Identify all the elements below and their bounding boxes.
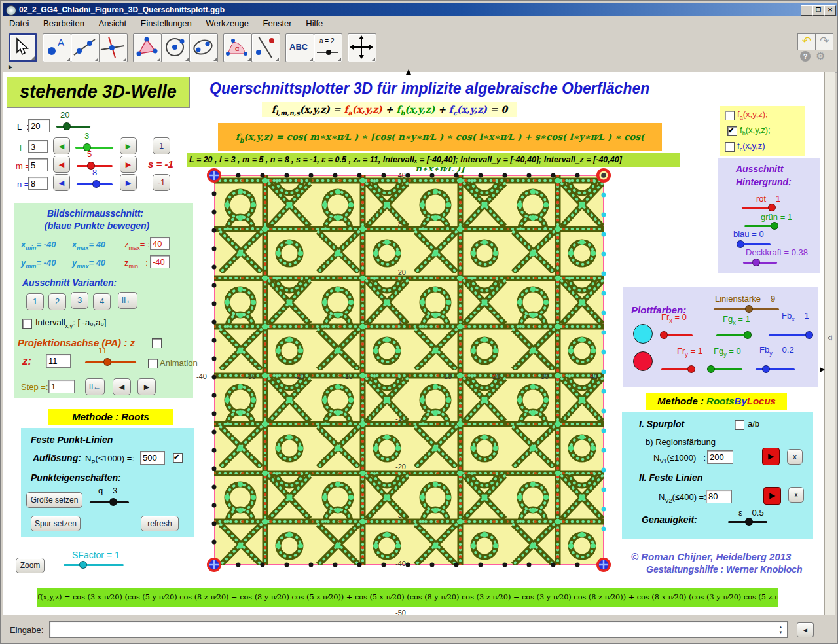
menu-datei[interactable]: Datei	[3, 16, 35, 30]
z-slider-knob[interactable]	[103, 358, 111, 366]
frx-slider[interactable]	[661, 334, 693, 336]
n-slider[interactable]	[77, 183, 113, 185]
close-button[interactable]: ✕	[824, 5, 836, 16]
eps-slider[interactable]	[728, 521, 767, 523]
step-input[interactable]	[48, 380, 75, 393]
np-checkbox[interactable]	[173, 453, 183, 463]
nv2-input[interactable]	[706, 490, 732, 503]
input-spinner[interactable]: ▲▼	[777, 624, 784, 635]
step-reset-button[interactable]: II←	[85, 378, 105, 395]
refresh-button[interactable]: refresh	[141, 516, 179, 531]
tool-move-cursor[interactable]	[9, 33, 37, 62]
fixed-lines-play-button[interactable]: ▶	[763, 487, 781, 505]
command-input[interactable]	[49, 621, 788, 638]
fixed-lines-clear-button[interactable]: x	[788, 487, 804, 503]
tool-angle[interactable]: α	[223, 33, 252, 62]
maximize-button[interactable]: ❐	[812, 5, 824, 16]
set-size-button[interactable]: Größe setzen	[26, 492, 82, 508]
n-slider-knob[interactable]	[92, 180, 100, 188]
z-input[interactable]	[46, 354, 71, 368]
tool-slider[interactable]: a = 2	[314, 33, 342, 62]
corner-point-bottom-right[interactable]	[596, 558, 611, 572]
s-plus1-button[interactable]: 1	[153, 137, 170, 154]
L-input[interactable]	[28, 119, 50, 132]
title-bar[interactable]: 02_2_GG4_Chladni_Figuren_3D_Querschnitts…	[3, 3, 837, 16]
animation-checkbox[interactable]	[148, 359, 158, 368]
line-width-knob[interactable]	[745, 305, 753, 313]
rot-slider[interactable]	[742, 207, 773, 209]
s-minus1-button[interactable]: -1	[153, 174, 170, 191]
frx-knob[interactable]	[660, 331, 668, 339]
fry-knob[interactable]	[687, 365, 695, 373]
minimize-button[interactable]: _	[801, 5, 812, 16]
fgx-knob[interactable]	[744, 331, 752, 339]
tool-move-view[interactable]	[348, 33, 376, 62]
ab-checkbox[interactable]	[735, 420, 744, 430]
z-slider[interactable]	[85, 361, 136, 363]
fbx-knob[interactable]	[805, 331, 813, 339]
tool-reflect[interactable]	[251, 33, 280, 62]
menu-bearbeiten[interactable]: Bearbeiten	[37, 16, 90, 30]
deckkraft-slider[interactable]	[743, 262, 777, 264]
zmin-input[interactable]	[150, 255, 170, 268]
variant-2-button[interactable]: 2	[48, 293, 66, 310]
menu-hilfe[interactable]: Hilfe	[300, 16, 329, 30]
input-history-button[interactable]: ◄	[797, 622, 814, 637]
m-increment-button[interactable]: ▶	[120, 156, 137, 173]
step-forward-button[interactable]: ▶	[137, 378, 156, 395]
corner-point-top-right[interactable]	[596, 168, 611, 183]
zmax-input[interactable]	[150, 237, 170, 250]
m-decrement-button[interactable]: ◀	[53, 156, 70, 173]
redo-button[interactable]: ↷	[815, 33, 833, 50]
menu-einstellungen[interactable]: Einstellungen	[135, 16, 198, 30]
collapse-left-icon[interactable]: ▶	[9, 64, 12, 70]
fgx-slider[interactable]	[716, 334, 750, 336]
variant-reset-button[interactable]: II←	[118, 292, 137, 309]
variant-3-button[interactable]: 3	[71, 292, 88, 309]
gruen-slider[interactable]	[744, 225, 776, 227]
gruen-knob[interactable]	[771, 222, 778, 230]
tool-polygon[interactable]	[133, 33, 162, 62]
tool-circle[interactable]	[161, 33, 190, 62]
tool-ellipse[interactable]	[189, 33, 218, 62]
blau-knob[interactable]	[737, 240, 744, 248]
variant-4-button[interactable]: 4	[93, 293, 111, 310]
blau-slider[interactable]	[738, 243, 771, 245]
fgy-knob[interactable]	[707, 365, 715, 373]
l-input[interactable]	[28, 140, 48, 153]
line-width-slider[interactable]	[714, 308, 779, 310]
np-input[interactable]	[140, 451, 165, 465]
undo-button[interactable]: ↶	[797, 33, 816, 50]
projection-axis-checkbox[interactable]	[152, 338, 162, 348]
fb-checkbox[interactable]	[727, 126, 737, 136]
zoom-button[interactable]: Zoom	[16, 558, 45, 573]
fby-knob[interactable]	[762, 365, 770, 373]
collapse-right-icon[interactable]: ◁	[827, 334, 832, 341]
n-decrement-button[interactable]: ◀	[53, 174, 70, 191]
help-button[interactable]: ?	[800, 51, 811, 62]
set-trace-button[interactable]: Spur setzen	[31, 516, 81, 531]
q-slider[interactable]	[90, 501, 129, 503]
y-curve-color-swatch[interactable]	[633, 351, 653, 371]
l-increment-button[interactable]: ▶	[120, 137, 137, 154]
n-input[interactable]	[28, 177, 48, 190]
L-slider[interactable]	[56, 126, 90, 128]
l-decrement-button[interactable]: ◀	[53, 137, 70, 154]
spurplot-clear-button[interactable]: x	[787, 449, 803, 465]
l-slider[interactable]	[75, 147, 113, 149]
n-increment-button[interactable]: ▶	[120, 174, 137, 191]
tool-line[interactable]	[71, 33, 100, 62]
m-slider[interactable]	[77, 165, 113, 167]
step-back-button[interactable]: ◀	[113, 378, 131, 395]
sfactor-knob[interactable]	[79, 561, 87, 569]
eps-knob[interactable]	[745, 518, 753, 526]
tool-text[interactable]: ABC	[285, 33, 314, 62]
menu-ansicht[interactable]: Ansicht	[93, 16, 133, 30]
intervall-checkbox[interactable]	[22, 319, 32, 329]
corner-point-bottom-left[interactable]	[207, 558, 221, 572]
sfactor-slider[interactable]	[64, 564, 124, 566]
menu-werkzeuge[interactable]: Werkzeuge	[200, 16, 255, 30]
settings-button[interactable]: ⚙	[816, 50, 825, 62]
spurplot-play-button[interactable]: ▶	[762, 448, 780, 465]
variant-1-button[interactable]: 1	[26, 293, 44, 310]
